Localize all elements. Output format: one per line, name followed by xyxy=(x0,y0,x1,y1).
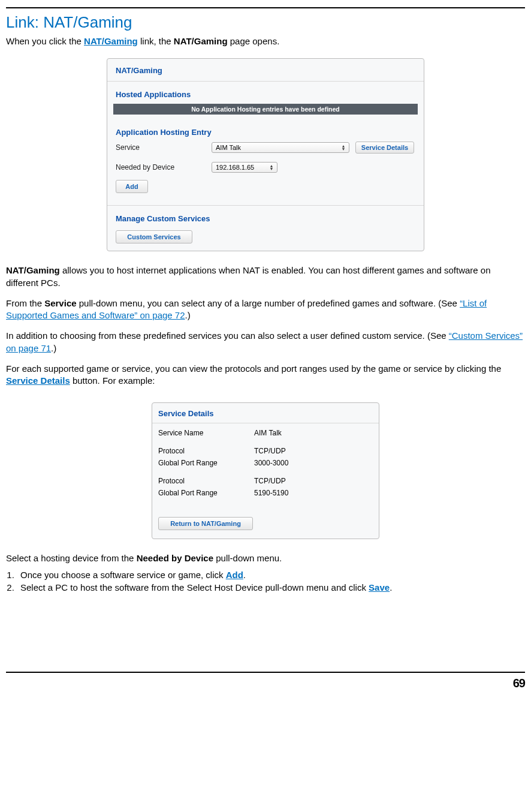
title-name: NAT/Gaming xyxy=(43,13,132,31)
para2: From the Service pull-down menu, you can… xyxy=(6,297,525,322)
detail-value: AIM Talk xyxy=(254,429,373,437)
para3-t2: .) xyxy=(51,343,56,353)
intro-t2: link, the xyxy=(138,36,174,46)
service-value: AIM Talk xyxy=(216,144,241,151)
para4-t2: button. For example: xyxy=(70,375,155,386)
needed-dropdown[interactable]: 192.168.1.65 ▲▼ xyxy=(212,162,277,173)
para5-t1: Select a hosting device from the xyxy=(6,553,137,563)
intro-paragraph: When you click the NAT/Gaming link, the … xyxy=(6,35,525,47)
service-details-button[interactable]: Service Details xyxy=(355,142,414,154)
service-row: Service AIM Talk ▲▼ Service Details xyxy=(107,139,424,156)
needed-value: 192.168.1.65 xyxy=(216,164,254,171)
updown-icon: ▲▼ xyxy=(340,145,346,151)
custom-services-button[interactable]: Custom Services xyxy=(116,230,192,243)
para2-t2: pull-down menu, you can select any of a … xyxy=(77,298,460,308)
detail-value: TCP/UDP xyxy=(254,447,373,455)
spacer xyxy=(152,499,379,511)
intro-bold: NAT/Gaming xyxy=(174,36,228,46)
detail-label: Protocol xyxy=(158,447,254,455)
step1-a: Once you choose a software service or ga… xyxy=(20,570,226,580)
needed-label: Needed by Device xyxy=(116,163,212,172)
para4: For each supported game or service, you … xyxy=(6,363,525,387)
step2-b: . xyxy=(390,582,392,593)
service-details-link[interactable]: Service Details xyxy=(6,375,70,386)
screenshot-1-wrap: NAT/Gaming Hosted Applications No Applic… xyxy=(6,58,525,251)
step-1: Once you choose a software service or ga… xyxy=(17,569,525,581)
return-button[interactable]: Return to NAT/Gaming xyxy=(158,517,253,530)
para5-b1: Needed by Device xyxy=(137,553,213,563)
para3: In addition to choosing from these prede… xyxy=(6,330,525,354)
add-link[interactable]: Add xyxy=(226,570,243,580)
detail-spacer xyxy=(152,469,379,475)
detail-value: 5190-5190 xyxy=(254,489,373,497)
service-label: Service xyxy=(116,143,212,152)
intro-t3: page opens. xyxy=(228,36,280,46)
nat-gaming-link[interactable]: NAT/Gaming xyxy=(84,36,138,46)
detail-spacer xyxy=(152,439,379,445)
steps-list: Once you choose a software service or ga… xyxy=(17,569,525,594)
intro-t1: When you click the xyxy=(6,36,84,46)
para1-b1: NAT/Gaming xyxy=(6,265,60,275)
nat-gaming-panel: NAT/Gaming Hosted Applications No Applic… xyxy=(107,58,424,251)
screenshot-2-wrap: Service Details Service NameAIM Talk Pro… xyxy=(6,402,525,539)
step-2: Select a PC to host the software from th… xyxy=(17,581,525,594)
page-top-rule xyxy=(6,7,525,8)
para5: Select a hosting device from the Needed … xyxy=(6,552,525,564)
detail-label: Global Port Range xyxy=(158,459,254,467)
panel1-heading: NAT/Gaming xyxy=(107,59,424,77)
step2-a: Select a PC to host the software from th… xyxy=(20,582,369,593)
detail-label: Service Name xyxy=(158,429,254,437)
para5-t2: pull-down menu. xyxy=(213,553,282,563)
hosted-apps-title: Hosted Applications xyxy=(107,82,424,101)
bottom-spacer xyxy=(6,594,525,660)
detail-label: Protocol xyxy=(158,477,254,485)
save-link[interactable]: Save xyxy=(369,582,390,593)
para2-b1: Service xyxy=(44,298,76,308)
detail-value: TCP/UDP xyxy=(254,477,373,485)
para1: NAT/Gaming allows you to host internet a… xyxy=(6,264,525,289)
page-bottom-rule xyxy=(6,672,525,673)
detail-label: Global Port Range xyxy=(158,489,254,497)
divider xyxy=(152,423,379,423)
service-details-panel: Service Details Service NameAIM Talk Pro… xyxy=(152,402,379,539)
entry-title: Application Hosting Entry xyxy=(107,121,424,139)
panel2-heading: Service Details xyxy=(152,403,379,419)
manage-title: Manage Custom Services xyxy=(107,206,424,225)
para3-t1: In addition to choosing from these prede… xyxy=(6,330,449,341)
detail-row: Global Port Range3000-3000 xyxy=(152,457,379,469)
page-number: 69 xyxy=(6,676,525,690)
page-title: Link: NAT/Gaming xyxy=(6,13,525,32)
detail-row: Global Port Range5190-5190 xyxy=(152,487,379,499)
para4-t1: For each supported game or service, you … xyxy=(6,363,501,374)
service-dropdown[interactable]: AIM Talk ▲▼ xyxy=(212,142,349,153)
detail-row: Service NameAIM Talk xyxy=(152,427,379,439)
updown-icon: ▲▼ xyxy=(268,164,274,170)
no-entries-bar: No Application Hosting entries have been… xyxy=(113,104,418,115)
title-prefix: Link: xyxy=(6,13,43,31)
needed-row: Needed by Device 192.168.1.65 ▲▼ xyxy=(107,160,424,175)
detail-row: ProtocolTCP/UDP xyxy=(152,475,379,487)
add-button[interactable]: Add xyxy=(116,180,148,193)
step1-b: . xyxy=(243,570,246,580)
para1-t1: allows you to host internet applications… xyxy=(6,265,491,287)
detail-value: 3000-3000 xyxy=(254,459,373,467)
detail-row: ProtocolTCP/UDP xyxy=(152,445,379,457)
para2-t1: From the xyxy=(6,298,44,308)
para2-t3: .) xyxy=(185,310,191,320)
